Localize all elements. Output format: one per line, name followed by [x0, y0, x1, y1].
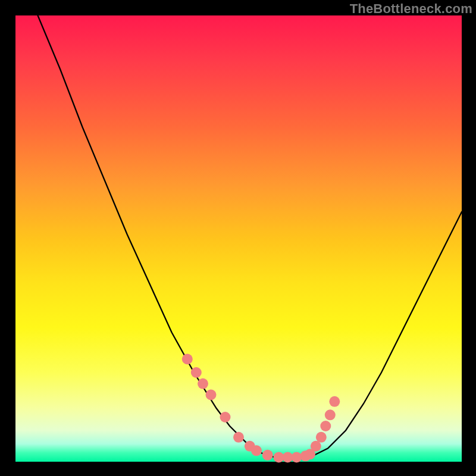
attribution-watermark: TheBottleneck.com — [350, 1, 472, 17]
chart-svg — [0, 0, 476, 476]
sample-dot — [206, 390, 217, 400]
sample-dot — [320, 421, 331, 431]
sample-dot — [329, 396, 340, 407]
sample-dot — [191, 367, 202, 378]
sample-dot — [198, 378, 208, 389]
bottleneck-curve — [38, 15, 462, 459]
sample-dot — [311, 441, 321, 452]
sample-dot — [220, 412, 231, 422]
sample-dot — [182, 354, 193, 365]
dots-group — [182, 354, 340, 463]
sample-dot — [233, 432, 244, 443]
sample-dot — [316, 432, 327, 443]
chart-wrapper: TheBottleneck.com — [0, 0, 476, 476]
sample-dot — [262, 450, 273, 461]
sample-dot — [251, 445, 262, 456]
curve-group — [38, 15, 462, 459]
sample-dot — [325, 409, 336, 420]
